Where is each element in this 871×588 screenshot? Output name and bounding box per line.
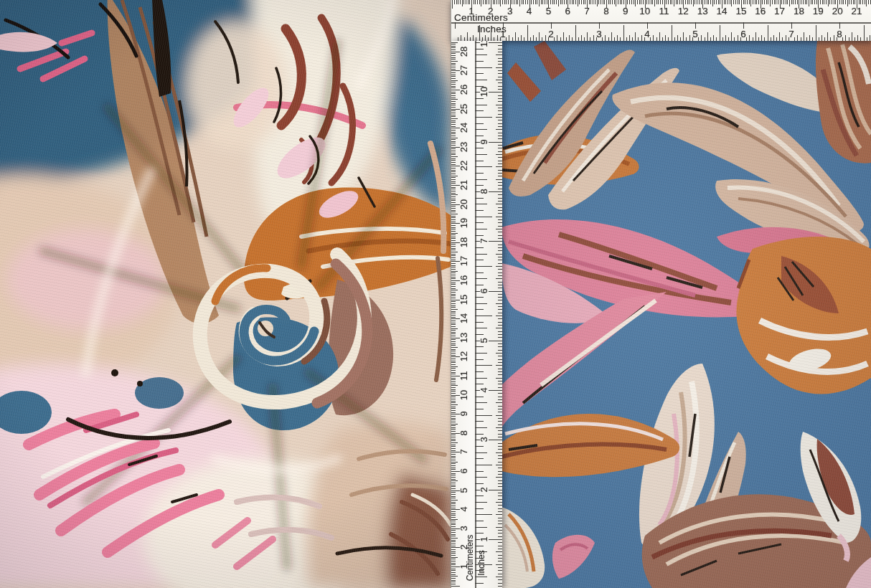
inch-tick bbox=[524, 37, 524, 41]
inch-fine-tick bbox=[498, 406, 502, 407]
cm-tick bbox=[494, 0, 495, 4]
cm-tick bbox=[451, 494, 456, 495]
cm-tick bbox=[451, 379, 456, 380]
cm-tick bbox=[860, 0, 861, 4]
inch-tick bbox=[461, 35, 461, 41]
cm-tick bbox=[451, 475, 456, 475]
inch-tick bbox=[530, 37, 531, 41]
inch-tick bbox=[659, 32, 660, 41]
cm-tick bbox=[508, 0, 509, 4]
inch-fine-tick bbox=[498, 306, 502, 307]
inch-fine-tick bbox=[498, 530, 502, 531]
cm-tick bbox=[451, 397, 456, 397]
inch-tick bbox=[593, 35, 594, 41]
cm-number: 9 bbox=[623, 6, 628, 16]
cm-tick bbox=[643, 0, 644, 4]
cm-tick bbox=[516, 0, 517, 4]
cm-tick bbox=[451, 237, 456, 237]
inch-fine-tick bbox=[496, 154, 502, 155]
inch-fine-tick bbox=[498, 219, 502, 220]
inch-fine-tick bbox=[498, 499, 502, 500]
cm-tick bbox=[820, 0, 821, 4]
inch-tick bbox=[738, 35, 738, 41]
cm-tick bbox=[862, 0, 863, 4]
inch-fine-tick bbox=[496, 328, 502, 328]
cm-tick bbox=[451, 179, 456, 180]
inch-fine-tick bbox=[496, 353, 502, 354]
inch-fine-tick bbox=[498, 70, 502, 71]
cm-tick bbox=[859, 0, 860, 4]
fabric-listing-photo: Centimeters Inches 123456789101112131415… bbox=[0, 0, 871, 588]
inch-fine-tick bbox=[498, 207, 502, 208]
cm-tick bbox=[451, 582, 456, 582]
cm-tick bbox=[451, 540, 456, 541]
cm-tick bbox=[451, 404, 458, 405]
inch-fine-tick bbox=[496, 142, 502, 143]
cm-tick bbox=[531, 0, 532, 4]
inch-fine-tick bbox=[498, 82, 502, 83]
cm-tick bbox=[656, 0, 657, 4]
cm-number: 6 bbox=[565, 6, 570, 16]
inch-tick bbox=[728, 37, 729, 41]
inch-fine-tick bbox=[498, 64, 502, 65]
cm-tick bbox=[500, 0, 501, 6]
cm-tick bbox=[451, 278, 456, 279]
cm-tick bbox=[451, 546, 456, 546]
inch-tick bbox=[533, 35, 534, 41]
cm-tick bbox=[462, 0, 463, 6]
cm-tick bbox=[766, 0, 767, 4]
inch-tick bbox=[575, 25, 576, 41]
cm-tick bbox=[451, 248, 456, 249]
horizontal-cm-label: Centimeters bbox=[454, 13, 508, 23]
cm-tick bbox=[451, 572, 456, 573]
cm-tick bbox=[514, 0, 514, 4]
cm-tick bbox=[849, 0, 849, 4]
vertical-inches-label: Inches bbox=[477, 550, 486, 575]
cm-tick bbox=[451, 498, 456, 498]
cm-tick bbox=[451, 445, 456, 445]
cm-tick bbox=[451, 233, 458, 234]
inch-tick bbox=[475, 129, 487, 130]
cm-tick bbox=[451, 307, 456, 308]
cm-tick bbox=[451, 199, 456, 199]
cm-tick bbox=[451, 214, 458, 214]
cm-number: 19 bbox=[459, 218, 469, 228]
inch-fine-tick bbox=[498, 309, 502, 310]
cm-tick bbox=[451, 315, 456, 316]
cm-tick bbox=[710, 0, 711, 4]
inch-fine-tick bbox=[498, 176, 502, 176]
inch-fine-tick bbox=[498, 288, 502, 288]
cm-tick bbox=[631, 0, 632, 4]
inch-fine-tick bbox=[498, 222, 502, 223]
inch-tick bbox=[753, 37, 753, 41]
inch-tick bbox=[475, 477, 487, 478]
cm-number: 15 bbox=[459, 294, 469, 304]
inch-fine-tick bbox=[496, 179, 502, 180]
inch-fine-tick bbox=[498, 546, 502, 546]
inch-fine-tick bbox=[498, 282, 502, 283]
cm-tick bbox=[451, 437, 456, 437]
cm-tick bbox=[826, 0, 827, 4]
cm-tick bbox=[618, 0, 618, 4]
inch-fine-tick bbox=[498, 518, 502, 518]
cm-tick bbox=[456, 0, 457, 4]
inch-fine-tick bbox=[498, 331, 502, 332]
cm-tick bbox=[865, 0, 865, 4]
cm-tick bbox=[451, 57, 456, 58]
cm-tick bbox=[451, 402, 456, 403]
inch-tick bbox=[475, 397, 484, 397]
cm-tick bbox=[451, 59, 456, 60]
inch-tick bbox=[475, 73, 484, 74]
inch-tick bbox=[809, 35, 810, 41]
inch-tick bbox=[771, 37, 771, 41]
cm-tick bbox=[496, 0, 497, 4]
inch-tick bbox=[845, 35, 846, 41]
inch-tick bbox=[475, 61, 484, 62]
cm-tick bbox=[451, 72, 456, 73]
cm-tick bbox=[451, 440, 456, 441]
cm-tick bbox=[616, 0, 616, 6]
cm-tick bbox=[451, 519, 458, 520]
inch-tick bbox=[776, 37, 777, 41]
inch-fine-tick bbox=[498, 397, 502, 397]
inch-fine-tick bbox=[498, 458, 502, 459]
